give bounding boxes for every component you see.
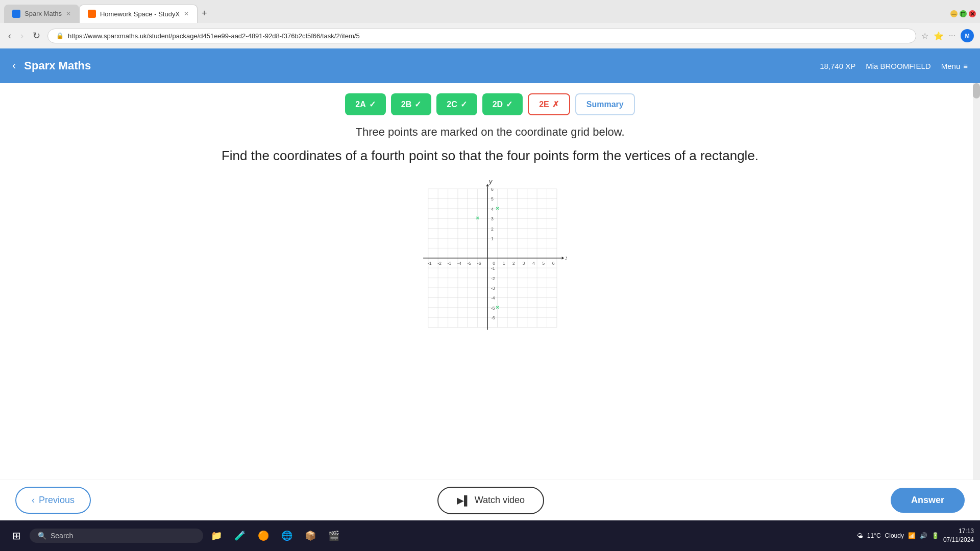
tab-2C[interactable]: 2C ✓ xyxy=(436,93,477,115)
search-label: Search xyxy=(51,532,73,540)
question-area: Three points are marked on the coordinat… xyxy=(0,126,980,164)
scrollbar-thumb[interactable] xyxy=(973,83,980,98)
taskbar-edge[interactable]: 🌐 xyxy=(277,525,297,546)
tab-2A-icon: ✓ xyxy=(369,99,376,109)
svg-text:2: 2 xyxy=(491,227,494,232)
tab-close-sparx[interactable]: ✕ xyxy=(66,10,71,17)
svg-text:-4: -4 xyxy=(491,295,495,300)
bottom-bar: ‹ Previous ▶▌ Watch video Answer xyxy=(0,480,980,520)
tab-2C-icon: ✓ xyxy=(460,99,467,109)
app2-icon: 🟠 xyxy=(258,530,269,541)
svg-text:3: 3 xyxy=(491,216,494,221)
tab-2D[interactable]: 2D ✓ xyxy=(482,93,523,115)
taskbar-system-icons: 🌤 11°C Cloudy 📶 🔊 🔋 17:13 07/11/2024 xyxy=(857,527,974,544)
previous-label: Previous xyxy=(39,495,75,506)
tab-2E-label: 2E xyxy=(539,100,549,109)
tab-2E[interactable]: 2E ✗ xyxy=(528,93,570,115)
app3-icon: 📦 xyxy=(305,530,316,541)
svg-text:-2: -2 xyxy=(491,276,495,281)
tab-summary-label: Summary xyxy=(586,100,624,109)
svg-text:×: × xyxy=(496,304,499,310)
svg-text:-6: -6 xyxy=(491,315,495,320)
more-button[interactable]: ··· xyxy=(949,31,955,40)
address-bar: ‹ › ↻ 🔒 https://www.sparxmaths.uk/studen… xyxy=(0,23,980,48)
svg-text:1: 1 xyxy=(503,261,505,266)
svg-text:-1: -1 xyxy=(491,266,495,271)
wifi-icon: 📶 xyxy=(908,532,916,539)
tab-summary[interactable]: Summary xyxy=(575,93,635,115)
profile-avatar[interactable]: M xyxy=(961,29,974,42)
minimize-button[interactable]: ─ xyxy=(950,10,958,17)
sparx-logo: Sparx Maths xyxy=(24,59,820,72)
sparx-tab-icon xyxy=(12,10,20,18)
user-name: Mia BROOMFIELD xyxy=(866,62,931,70)
svg-text:4: 4 xyxy=(532,261,535,266)
browser-chrome: Sparx Maths ✕ Homework Space - StudyX ✕ … xyxy=(0,0,980,48)
studyx-tab-label: Homework Space - StudyX xyxy=(100,10,180,18)
task-tabs: 2A ✓ 2B ✓ 2C ✓ 2D ✓ 2E ✗ Summary xyxy=(0,93,980,115)
tab-bar: Sparx Maths ✕ Homework Space - StudyX ✕ … xyxy=(0,0,980,23)
bookmark-button[interactable]: ☆ xyxy=(921,31,928,41)
explorer-icon: 📁 xyxy=(211,530,222,541)
tab-2B[interactable]: 2B ✓ xyxy=(391,93,431,115)
answer-button[interactable]: Answer xyxy=(891,488,965,513)
forward-nav-button[interactable]: › xyxy=(18,29,26,43)
clock: 17:13 xyxy=(943,527,974,536)
previous-button[interactable]: ‹ Previous xyxy=(15,487,91,514)
date: 07/11/2024 xyxy=(943,536,974,544)
reload-button[interactable]: ↻ xyxy=(31,28,42,43)
menu-label: Menu xyxy=(941,62,961,70)
taskbar-app4[interactable]: 🎬 xyxy=(324,525,344,546)
maximize-button[interactable]: □ xyxy=(960,10,967,17)
svg-text:x: x xyxy=(565,255,567,262)
svg-text:×: × xyxy=(496,205,499,211)
battery-icon: 🔋 xyxy=(932,532,939,539)
taskbar-app3[interactable]: 📦 xyxy=(300,525,321,546)
tab-2B-icon: ✓ xyxy=(414,99,421,109)
back-nav-button[interactable]: ‹ xyxy=(6,29,13,43)
grid-container: x y -6 -5 -4 -3 -2 -1 0 1 2 3 4 5 6 6 5 … xyxy=(0,174,980,337)
tab-studyx[interactable]: Homework Space - StudyX ✕ xyxy=(79,5,198,23)
taskbar-search[interactable]: 🔍 Search xyxy=(30,529,203,543)
taskbar-app1[interactable]: 🧪 xyxy=(230,525,250,546)
lock-icon: 🔒 xyxy=(56,32,64,39)
menu-button[interactable]: Menu ≡ xyxy=(941,62,968,70)
back-button[interactable]: ‹ xyxy=(12,59,16,72)
taskbar-app2[interactable]: 🟠 xyxy=(253,525,274,546)
time-display: 17:13 07/11/2024 xyxy=(943,527,974,544)
coordinate-grid: x y -6 -5 -4 -3 -2 -1 0 1 2 3 4 5 6 6 5 … xyxy=(413,174,567,337)
svg-text:-1: -1 xyxy=(428,261,432,266)
sparx-header: ‹ Sparx Maths 18,740 XP Mia BROOMFIELD M… xyxy=(0,48,980,83)
svg-text:6: 6 xyxy=(552,261,555,266)
svg-text:3: 3 xyxy=(523,261,525,266)
window-controls: ─ □ ✕ xyxy=(950,10,976,17)
question-line2: Find the coordinates of a fourth point s… xyxy=(102,148,878,164)
svg-text:4: 4 xyxy=(491,207,494,212)
close-button[interactable]: ✕ xyxy=(969,10,976,17)
scrollbar[interactable] xyxy=(973,83,980,520)
watch-video-button[interactable]: ▶▌ Watch video xyxy=(437,487,544,514)
collections-button[interactable]: ⭐ xyxy=(934,31,944,41)
taskbar-explorer[interactable]: 📁 xyxy=(206,525,227,546)
header-right: 18,740 XP Mia BROOMFIELD Menu ≡ xyxy=(820,62,968,70)
question-line1: Three points are marked on the coordinat… xyxy=(102,126,878,139)
tab-2B-label: 2B xyxy=(401,100,411,109)
url-text: https://www.sparxmaths.uk/student/packag… xyxy=(68,32,360,40)
tab-2A[interactable]: 2A ✓ xyxy=(345,93,385,115)
svg-text:-4: -4 xyxy=(457,261,461,266)
tab-2E-icon: ✗ xyxy=(552,99,559,109)
url-box[interactable]: 🔒 https://www.sparxmaths.uk/student/pack… xyxy=(47,29,916,43)
weather-desc: Cloudy xyxy=(885,532,904,539)
windows-start-button[interactable]: ⊞ xyxy=(6,525,27,546)
new-tab-button[interactable]: + xyxy=(198,6,211,21)
search-icon: 🔍 xyxy=(38,532,46,540)
tab-2D-label: 2D xyxy=(493,100,503,109)
svg-text:5: 5 xyxy=(491,196,494,202)
watch-icon: ▶▌ xyxy=(457,495,471,506)
svg-text:-2: -2 xyxy=(437,261,442,266)
weather-temp: 11°C xyxy=(867,532,881,539)
svg-marker-30 xyxy=(562,257,565,260)
tab-sparx-maths[interactable]: Sparx Maths ✕ xyxy=(4,5,79,23)
xp-display: 18,740 XP xyxy=(820,62,855,70)
tab-close-studyx[interactable]: ✕ xyxy=(184,10,189,17)
